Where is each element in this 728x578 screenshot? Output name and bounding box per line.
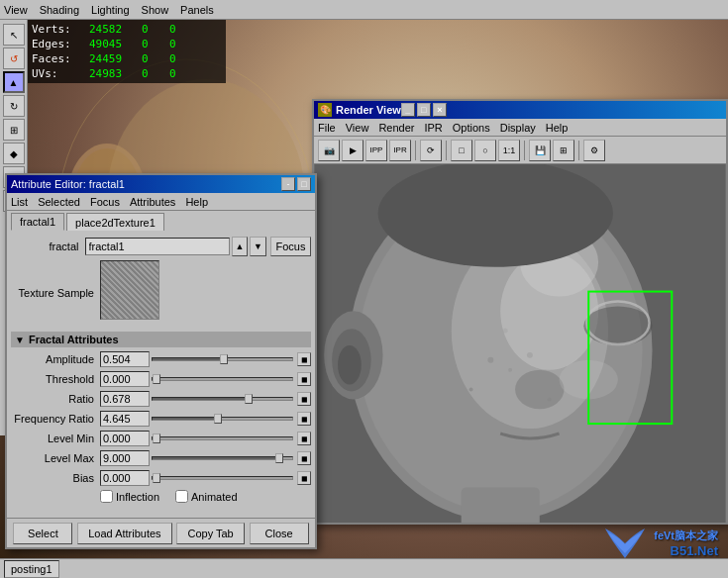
render-view-minimize[interactable]: _ [401,103,415,117]
fractal-field-input[interactable] [85,238,230,255]
rv-circle-btn[interactable]: ○ [474,140,496,161]
nav-up-btn[interactable]: ▲ [232,237,249,256]
bias-slider-track[interactable] [152,476,293,480]
rv-ratio-btn[interactable]: 1:1 [498,140,520,161]
render-view-icon: 🎨 [318,103,332,117]
attr-menu-help[interactable]: Help [185,196,208,208]
rv-ipp-btn[interactable]: IPP [365,140,387,161]
inflection-checkbox-label[interactable]: Inflection [100,490,159,503]
bias-row: Bias ◼ [11,470,311,486]
rv-menu-file[interactable]: File [318,122,336,134]
level-max-mini-btn[interactable]: ◼ [297,451,311,465]
toolbar-move[interactable]: ▲ [3,71,25,93]
svg-point-18 [515,370,564,410]
toolbar-rotate[interactable]: ↻ [3,95,25,117]
level-max-slider-thumb[interactable] [275,453,283,463]
rv-menu-ipr[interactable]: IPR [424,122,442,134]
rv-refresh-btn[interactable]: ⟳ [420,140,442,161]
freq-ratio-input[interactable] [100,411,150,427]
level-min-slider-thumb[interactable] [153,434,160,443]
animated-checkbox-label[interactable]: Animated [175,490,237,503]
menu-panels[interactable]: Panels [180,4,214,16]
amplitude-mini-btn[interactable]: ◼ [297,352,311,366]
level-max-input[interactable] [100,450,150,466]
edges-col4: 0 [169,38,189,50]
svg-point-16 [583,306,652,345]
rv-menu-display[interactable]: Display [500,122,536,134]
rv-settings-btn[interactable]: ⚙ [583,140,605,161]
menu-show[interactable]: Show [142,4,169,16]
level-max-slider-container[interactable] [150,456,295,460]
toolbar-select[interactable]: ↖ [3,24,25,46]
attr-menu-focus[interactable]: Focus [90,196,120,208]
rv-save-btn[interactable]: 💾 [529,140,551,161]
render-view-close[interactable]: × [433,103,447,117]
level-max-row: Level Max ◼ [11,450,311,466]
watermark-site: feVt脑本之家 [654,529,718,543]
select-button[interactable]: Select [13,523,72,544]
ratio-mini-btn[interactable]: ◼ [297,392,311,406]
rv-menu-help[interactable]: Help [546,122,569,134]
amplitude-slider-thumb[interactable] [220,354,228,364]
ratio-slider-track[interactable] [152,397,293,401]
render-view-maximize[interactable]: □ [417,103,431,117]
rv-sep4 [578,141,579,160]
level-min-slider-track[interactable] [152,436,293,440]
menu-shading[interactable]: Shading [40,4,79,16]
level-min-slider-container[interactable] [150,436,295,440]
rv-render-btn[interactable]: ▶ [342,140,364,161]
amplitude-input[interactable] [100,351,150,367]
amplitude-slider-track[interactable] [152,357,293,361]
tab-fractal1[interactable]: fractal1 [11,213,64,231]
amplitude-slider-container[interactable] [150,357,295,361]
freq-ratio-slider-thumb[interactable] [214,414,222,424]
focus-button[interactable]: Focus [270,237,311,256]
level-max-slider-track[interactable] [152,456,293,460]
attr-maximize-btn[interactable]: □ [297,177,311,191]
threshold-mini-btn[interactable]: ◼ [297,372,311,386]
level-min-input[interactable] [100,431,150,446]
toolbar-lasso[interactable]: ↺ [3,48,25,69]
toolbar-tool1[interactable]: ◆ [3,143,25,164]
rv-menu-render[interactable]: Render [378,122,414,134]
menu-view[interactable]: View [4,4,28,16]
load-attributes-button[interactable]: Load Attributes [77,523,171,544]
inflection-checkbox[interactable] [100,490,113,503]
ratio-input[interactable] [100,391,150,407]
copy-tab-button[interactable]: Copy Tab [176,523,244,544]
toolbar-scale[interactable]: ⊞ [3,119,25,141]
section-label: Fractal Attributes [29,334,119,345]
ratio-slider-fill [153,398,248,400]
rv-compare-btn[interactable]: ⊞ [553,140,574,161]
nav-down-btn[interactable]: ▼ [250,237,266,256]
attr-menu-attributes[interactable]: Attributes [130,196,175,208]
attr-menu-selected[interactable]: Selected [38,196,80,208]
rv-ipr-btn[interactable]: IPR [389,140,411,161]
attr-minimize-btn[interactable]: - [281,177,295,191]
bias-slider-thumb[interactable] [153,473,160,483]
ratio-slider-container[interactable] [150,397,295,401]
bias-input[interactable] [100,470,150,486]
bias-mini-btn[interactable]: ◼ [297,471,311,485]
tab-place2d[interactable]: place2dTexture1 [66,213,164,231]
threshold-slider-thumb[interactable] [153,374,160,384]
animated-checkbox[interactable] [175,490,188,503]
close-button[interactable]: Close [250,523,309,544]
threshold-slider-track[interactable] [152,377,293,381]
freq-ratio-slider-track[interactable] [152,417,293,421]
menu-lighting[interactable]: Lighting [91,4,130,16]
rv-camera-btn[interactable]: 📷 [318,140,340,161]
freq-ratio-mini-btn[interactable]: ◼ [297,412,311,426]
attr-menu-list[interactable]: List [11,196,28,208]
rv-menu-view[interactable]: View [346,122,369,134]
freq-ratio-slider-container[interactable] [150,417,295,421]
render-view-window: 🎨 Render View _ □ × File View Render IPR… [312,99,728,525]
ratio-slider-thumb[interactable] [245,394,253,404]
threshold-slider-container[interactable] [150,377,295,381]
rv-menu-options[interactable]: Options [453,122,490,134]
level-min-mini-btn[interactable]: ◼ [297,432,311,445]
bias-slider-container[interactable] [150,476,295,480]
threshold-input[interactable] [100,371,150,387]
fractal-section-header[interactable]: ▼ Fractal Attributes [11,332,311,347]
rv-square-btn[interactable]: □ [451,140,472,161]
